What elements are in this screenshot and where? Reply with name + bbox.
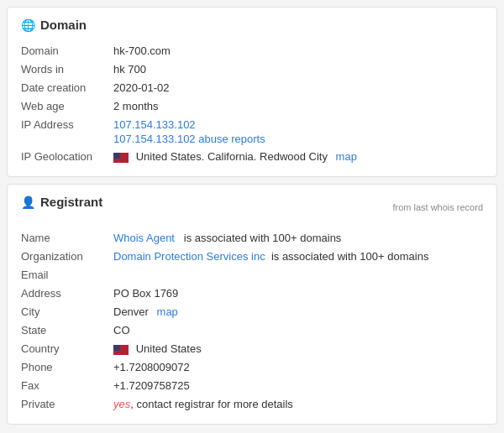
abuse-reports-link[interactable]: 107.154.133.102 abuse reports	[113, 133, 483, 145]
city-value: Denver map	[113, 305, 483, 318]
country-value: United States	[113, 342, 483, 355]
organization-label: Organization	[21, 250, 113, 263]
organization-suffix: is associated with 100+ domains	[271, 250, 429, 263]
ip-geolocation-row: IP Geolocation United States. California…	[21, 148, 483, 166]
city-row: City Denver map	[21, 303, 483, 321]
phone-row: Phone +1.7208009072	[21, 358, 483, 377]
state-value: CO	[113, 324, 483, 336]
city-map-link[interactable]: map	[157, 305, 178, 318]
fax-value: +1.7209758725	[113, 379, 483, 392]
city-label: City	[21, 305, 113, 318]
country-row: Country United States	[21, 340, 483, 358]
organization-link[interactable]: Domain Protection Services inc	[113, 250, 265, 263]
state-row: State CO	[21, 321, 483, 340]
web-age-value: 2 months	[113, 100, 483, 112]
words-row: Words in hk 700	[21, 60, 483, 79]
us-flag-icon	[113, 153, 129, 163]
geolocation-text: United States. California. Redwood City	[136, 150, 328, 163]
registrant-icon: 👤	[21, 196, 35, 209]
name-value: Whois Agent is associated with 100+ doma…	[113, 232, 483, 244]
geo-map-link[interactable]: map	[336, 150, 357, 163]
name-label: Name	[21, 232, 113, 244]
registrant-header: 👤 Registrant from last whois record	[21, 195, 483, 219]
private-yes: yes	[113, 398, 130, 410]
name-suffix: is associated with 100+ domains	[184, 232, 342, 244]
domain-section: 🌐 Domain Domain hk-700.com Words in hk 7…	[7, 7, 497, 177]
name-link[interactable]: Whois Agent	[113, 232, 175, 244]
registrant-section-title: 👤 Registrant	[21, 195, 102, 209]
organization-value: Domain Protection Services inc is associ…	[113, 250, 483, 263]
domain-section-title: 🌐 Domain	[21, 18, 483, 32]
address-value: PO Box 1769	[113, 287, 483, 300]
email-label: Email	[21, 269, 113, 281]
address-label: Address	[21, 287, 113, 300]
date-creation-value: 2020-01-02	[113, 81, 483, 94]
address-row: Address PO Box 1769	[21, 284, 483, 303]
ip-address-link[interactable]: 107.154.133.102	[113, 118, 196, 131]
country-flag-icon	[113, 345, 129, 355]
state-label: State	[21, 324, 113, 336]
email-row: Email	[21, 266, 483, 284]
private-row: Private yes, contact registrar for more …	[21, 395, 483, 414]
name-row: Name Whois Agent is associated with 100+…	[21, 229, 483, 248]
fax-label: Fax	[21, 379, 113, 392]
web-age-label: Web age	[21, 100, 113, 112]
phone-value: +1.7208009072	[113, 361, 483, 373]
country-label: Country	[21, 342, 113, 355]
organization-row: Organization Domain Protection Services …	[21, 248, 483, 266]
phone-label: Phone	[21, 361, 113, 373]
ip-address-value: 107.154.133.102 107.154.133.102 abuse re…	[113, 118, 483, 145]
domain-label: Domain	[21, 44, 113, 57]
fax-row: Fax +1.7209758725	[21, 377, 483, 395]
domain-value: hk-700.com	[113, 44, 483, 57]
private-value: yes, contact registrar for more details	[113, 398, 483, 410]
words-label: Words in	[21, 63, 113, 76]
date-creation-label: Date creation	[21, 81, 113, 94]
date-creation-row: Date creation 2020-01-02	[21, 79, 483, 97]
ip-geolocation-value: United States. California. Redwood City …	[113, 150, 483, 163]
registrant-note: from last whois record	[392, 202, 483, 212]
words-value: hk 700	[113, 63, 483, 76]
domain-row: Domain hk-700.com	[21, 42, 483, 60]
private-label: Private	[21, 398, 113, 410]
web-age-row: Web age 2 months	[21, 97, 483, 116]
ip-address-row: IP Address 107.154.133.102 107.154.133.1…	[21, 116, 483, 148]
ip-geolocation-label: IP Geolocation	[21, 150, 113, 163]
registrant-section: 👤 Registrant from last whois record Name…	[7, 184, 497, 425]
ip-address-label: IP Address	[21, 118, 113, 131]
domain-icon: 🌐	[21, 18, 35, 32]
